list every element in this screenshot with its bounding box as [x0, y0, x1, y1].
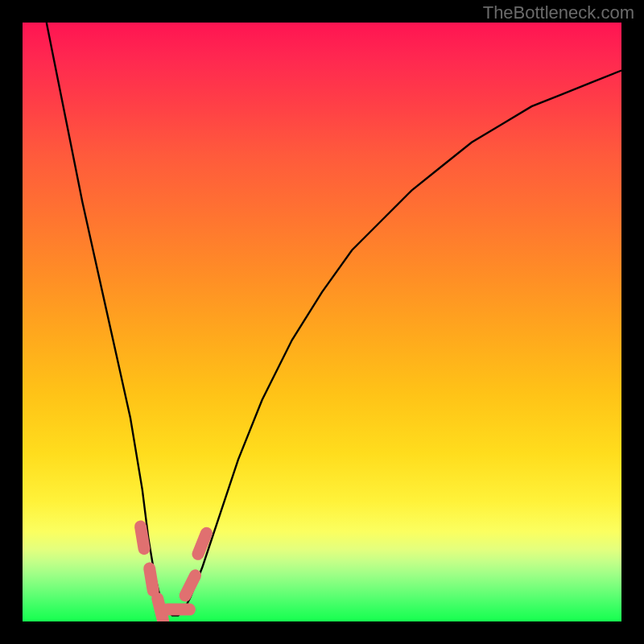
- curve-markers: [141, 526, 207, 621]
- watermark-text: TheBottleneck.com: [483, 2, 634, 23]
- curve-marker: [198, 533, 206, 554]
- curve-marker: [141, 526, 145, 549]
- plot-area: [23, 23, 621, 621]
- bottleneck-curve: [47, 23, 621, 616]
- curve-marker: [150, 568, 154, 591]
- chart-container: TheBottleneck.com: [0, 0, 644, 644]
- curve-marker: [185, 576, 196, 596]
- curve-svg: [23, 23, 621, 621]
